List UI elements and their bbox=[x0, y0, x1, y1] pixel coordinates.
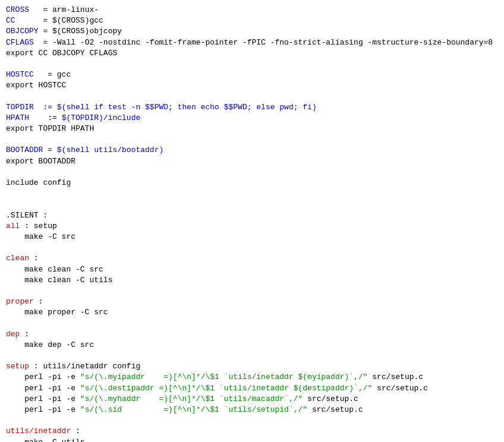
code-segment: clean bbox=[6, 254, 29, 263]
code-line: export BOOTADDR bbox=[6, 156, 498, 167]
code-segment: $(shell if test -n $$PWD; then echo $$PW… bbox=[57, 103, 317, 112]
code-line bbox=[6, 351, 498, 361]
code-line: make -C utils bbox=[6, 437, 498, 443]
code-segment: = gcc bbox=[34, 70, 71, 79]
code-segment: dep bbox=[6, 330, 20, 339]
code-segment: HOSTCC bbox=[6, 70, 34, 79]
code-segment: perl -pi -e bbox=[6, 394, 80, 403]
code-line bbox=[6, 91, 498, 102]
code-segment: export HOSTCC bbox=[6, 81, 66, 90]
code-segment: "s/(\.myhaddr =)[^\n]*/\$1 `utils/macadd… bbox=[80, 394, 303, 403]
code-line bbox=[6, 286, 498, 296]
code-segment: proper bbox=[6, 297, 34, 306]
code-segment: = -Wall -O2 -nostdinc -fomit-frame-point… bbox=[34, 38, 493, 47]
code-line: perl -pi -e "s/(\.sid =)[^\n]*/\$1 `util… bbox=[6, 405, 498, 415]
code-line: export CC OBJCOPY CFLAGS bbox=[6, 48, 498, 59]
code-segment: : bbox=[29, 254, 39, 263]
code-segment: make -C utils bbox=[6, 438, 85, 443]
code-segment: TOPDIR bbox=[6, 103, 34, 112]
code-segment: all bbox=[6, 222, 20, 231]
code-line: make clean -C utils bbox=[6, 275, 498, 286]
code-segment: : setup bbox=[20, 222, 56, 231]
code-segment: perl -pi -e bbox=[6, 384, 80, 393]
code-segment: export CC OBJCOPY CFLAGS bbox=[6, 49, 117, 58]
code-line: proper : bbox=[6, 296, 498, 307]
code-segment: src/setup.c bbox=[368, 372, 424, 381]
code-segment: utils/inetaddr bbox=[6, 427, 71, 435]
code-segment: $(TOPDIR)/include bbox=[62, 113, 141, 122]
code-segment: src/setup.c bbox=[372, 384, 428, 393]
code-segment: : bbox=[34, 297, 43, 306]
code-segment: = arm-linux- bbox=[29, 5, 99, 14]
code-line: make -C src bbox=[6, 232, 498, 242]
code-line bbox=[6, 167, 498, 178]
code-line: dep : bbox=[6, 329, 498, 340]
code-segment: : bbox=[20, 330, 29, 339]
code-segment: .SILENT : bbox=[6, 211, 48, 220]
code-segment: CFLAGS bbox=[6, 38, 34, 47]
code-segment: perl -pi -e bbox=[6, 405, 80, 414]
code-segment: make clean -C src bbox=[6, 265, 103, 274]
code-segment: OBJCOPY bbox=[6, 27, 39, 36]
code-line bbox=[6, 59, 498, 70]
code-segment: = $(CROSS)gcc bbox=[15, 16, 103, 25]
code-segment: = bbox=[43, 146, 56, 154]
code-segment: export BOOTADDR bbox=[6, 157, 75, 166]
code-segment: perl -pi -e bbox=[6, 372, 80, 381]
code-line: make clean -C src bbox=[6, 264, 498, 275]
code-line bbox=[6, 318, 498, 329]
code-segment: include config bbox=[6, 178, 71, 187]
code-line: HPATH := $(TOPDIR)/include bbox=[6, 113, 498, 124]
code-line: include config bbox=[6, 178, 498, 188]
code-line: CROSS = arm-linux- bbox=[6, 5, 498, 15]
code-segment: $(shell utils/bootaddr) bbox=[57, 146, 163, 154]
code-segment: setup bbox=[6, 362, 29, 371]
code-segment: make clean -C utils bbox=[6, 276, 112, 285]
code-segment: CC bbox=[6, 16, 15, 25]
code-line: .SILENT : bbox=[6, 210, 498, 221]
code-line: export TOPDIR HPATH bbox=[6, 124, 498, 134]
code-line: clean : bbox=[6, 253, 498, 264]
code-segment: : utils/inetaddr config bbox=[29, 362, 140, 371]
code-line bbox=[6, 134, 498, 145]
code-line bbox=[6, 415, 498, 426]
code-line: CFLAGS = -Wall -O2 -nostdinc -fomit-fram… bbox=[6, 37, 498, 48]
code-line: HOSTCC = gcc bbox=[6, 70, 498, 80]
code-line: BOOTADDR = $(shell utils/bootaddr) bbox=[6, 145, 498, 156]
code-segment: "s/(\.destipaddr =)[^\n]*/\$1 `utils/ine… bbox=[80, 384, 372, 393]
code-line bbox=[6, 199, 498, 210]
code-line: OBJCOPY = $(CROSS)objcopy bbox=[6, 26, 498, 37]
code-segment: "s/(\.sid =)[^\n]*/\$1 `utils/setupid`,/… bbox=[80, 405, 307, 414]
code-line: make proper -C src bbox=[6, 307, 498, 318]
code-line: perl -pi -e "s/(\.myipaddr =)[^\n]*/\$1 … bbox=[6, 372, 498, 383]
code-segment: BOOTADDR bbox=[6, 146, 43, 154]
code-line: perl -pi -e "s/(\.destipaddr =)[^\n]*/\$… bbox=[6, 383, 498, 394]
code-line: setup : utils/inetaddr config bbox=[6, 361, 498, 372]
code-editor: CROSS = arm-linux-CC = $(CROSS)gccOBJCOP… bbox=[6, 5, 498, 442]
code-line: export HOSTCC bbox=[6, 80, 498, 91]
code-line: perl -pi -e "s/(\.myhaddr =)[^\n]*/\$1 `… bbox=[6, 394, 498, 405]
code-line: all : setup bbox=[6, 221, 498, 232]
code-line: CC = $(CROSS)gcc bbox=[6, 15, 498, 26]
code-segment: export TOPDIR HPATH bbox=[6, 124, 94, 133]
code-segment: src/setup.c bbox=[307, 405, 363, 414]
code-segment: make dep -C src bbox=[6, 340, 94, 349]
code-line bbox=[6, 242, 498, 253]
code-line: TOPDIR := $(shell if test -n $$PWD; then… bbox=[6, 102, 498, 113]
code-segment: make -C src bbox=[6, 232, 75, 241]
code-segment: CROSS bbox=[6, 5, 29, 14]
code-segment: := bbox=[29, 113, 62, 122]
code-segment: "s/(\.myipaddr =)[^\n]*/\$1 `utils/ineta… bbox=[80, 372, 368, 381]
code-line bbox=[6, 188, 498, 199]
code-segment: src/setup.c bbox=[303, 394, 358, 403]
code-segment: HPATH bbox=[6, 113, 29, 122]
code-line: utils/inetaddr : bbox=[6, 426, 498, 437]
code-line: make dep -C src bbox=[6, 340, 498, 351]
code-segment: : bbox=[71, 427, 80, 435]
code-segment: = $(CROSS)objcopy bbox=[39, 27, 122, 36]
code-segment: := bbox=[34, 103, 57, 112]
code-segment: make proper -C src bbox=[6, 308, 108, 317]
